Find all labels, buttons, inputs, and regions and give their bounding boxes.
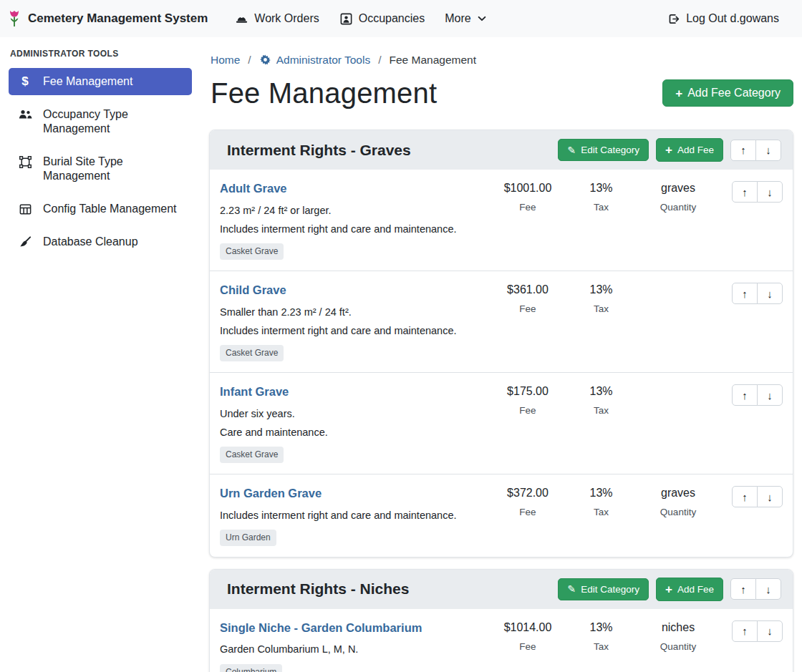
fee-quantity-label: Quantity (635, 507, 721, 519)
fee-quantity: niches (635, 620, 721, 635)
add-fee-category-button[interactable]: + Add Fee Category (662, 79, 793, 107)
category-actions: ✎ Edit Category + Add Fee ↑ ↓ (558, 578, 781, 601)
fee-reorder-group: ↑ ↓ (721, 620, 783, 672)
edit-category-label: Edit Category (581, 145, 639, 155)
broom-icon (17, 235, 33, 249)
fee-row: Child Grave Smaller than 2.23 m² / 24 ft… (210, 271, 793, 372)
sidebar-item-config-table-management[interactable]: Config Table Management (9, 195, 192, 223)
move-fee-up-button[interactable]: ↑ (732, 384, 758, 406)
fee-quantity: graves (635, 181, 721, 195)
fee-info: Urn Garden Grave Includes interment righ… (220, 486, 488, 546)
edit-category-button[interactable]: ✎ Edit Category (558, 139, 649, 161)
nav-work-orders-label: Work Orders (254, 11, 319, 26)
nav-more[interactable]: More (435, 6, 496, 31)
add-fee-category-label: Add Fee Category (687, 87, 781, 99)
page-header: Fee Management + Add Fee Category (211, 75, 793, 111)
fee-type-badge: Columbarium (220, 664, 282, 672)
fee-description: 2.23 m² / 24 ft² or larger. (220, 204, 483, 217)
fee-list: Adult Grave 2.23 m² / 24 ft² or larger. … (210, 170, 793, 556)
add-fee-button[interactable]: + Add Fee (656, 138, 723, 162)
arrow-up-icon: ↑ (742, 625, 748, 637)
sidebar-item-burial-site-type-management[interactable]: Burial Site Type Management (9, 148, 192, 190)
chevron-down-icon (477, 14, 487, 24)
breadcrumb-admin-tools-link[interactable]: Administrator Tools (259, 53, 371, 67)
fee-amount-label: Fee (488, 303, 567, 316)
arrow-down-icon: ↓ (765, 144, 771, 156)
move-fee-down-button[interactable]: ↓ (757, 620, 783, 642)
fee-tax-column: 13% Tax (567, 181, 635, 260)
move-fee-up-button[interactable]: ↑ (732, 486, 758, 507)
add-fee-label: Add Fee (677, 584, 714, 595)
fee-row: Single Niche - Garden Columbarium Garden… (210, 609, 793, 672)
fee-tax-label: Tax (567, 405, 635, 417)
fee-tax: 13% (567, 283, 635, 297)
fee-name-link[interactable]: Infant Grave (220, 384, 289, 399)
fee-category-header: Interment Rights - Niches ✎ Edit Categor… (210, 570, 793, 609)
gear-icon (259, 54, 271, 66)
edit-category-button[interactable]: ✎ Edit Category (558, 578, 649, 600)
move-fee-down-button[interactable]: ↓ (757, 181, 783, 203)
breadcrumb-current: Fee Management (390, 53, 477, 67)
page-title: Fee Management (211, 75, 437, 111)
fee-list: Single Niche - Garden Columbarium Garden… (210, 609, 793, 672)
fee-description: Includes interment right and care and ma… (220, 509, 483, 522)
plus-icon: + (665, 583, 672, 595)
nav-occupancies[interactable]: Occupancies (329, 6, 435, 31)
move-fee-up-button[interactable]: ↑ (732, 620, 758, 642)
fee-amount: $372.00 (488, 486, 567, 500)
fee-name-link[interactable]: Adult Grave (220, 181, 287, 196)
logout-label: Log Out d.gowans (686, 11, 779, 26)
move-fee-up-button[interactable]: ↑ (732, 283, 758, 304)
fee-quantity-label: Quantity (635, 641, 721, 653)
fee-amount: $1014.00 (488, 620, 567, 635)
fee-description: Care and maintenance. (220, 426, 483, 439)
move-category-down-button[interactable]: ↓ (755, 578, 781, 600)
fee-amount-label: Fee (488, 405, 567, 417)
arrow-up-icon: ↑ (742, 288, 748, 300)
move-category-up-button[interactable]: ↑ (730, 578, 756, 600)
tulip-logo-icon (7, 9, 21, 28)
pencil-icon: ✎ (567, 145, 576, 155)
fee-quantity-column: niches Quantity (635, 620, 721, 672)
fee-tax-label: Tax (567, 303, 635, 316)
brand[interactable]: Cemetery Management System (7, 9, 208, 28)
fee-tax-label: Tax (567, 202, 635, 214)
sidebar-item-fee-management[interactable]: $ Fee Management (9, 68, 192, 95)
fee-name-link[interactable]: Urn Garden Grave (220, 486, 322, 501)
category-reorder-group: ↑ ↓ (730, 578, 781, 600)
brand-title: Cemetery Management System (28, 11, 208, 26)
breadcrumb-home-link[interactable]: Home (211, 53, 240, 67)
fee-quantity-column: graves Quantity (635, 486, 721, 546)
move-fee-down-button[interactable]: ↓ (757, 283, 783, 304)
fee-description: Includes interment right and care and ma… (220, 223, 483, 235)
fee-reorder-group: ↑ ↓ (721, 181, 783, 260)
sidebar: ADMINISTRATOR TOOLS $ Fee Management Occ… (0, 37, 200, 672)
plus-icon: + (675, 87, 682, 99)
move-category-up-button[interactable]: ↑ (730, 140, 756, 161)
arrow-down-icon: ↓ (767, 491, 773, 503)
fee-name-link[interactable]: Child Grave (220, 283, 286, 298)
sidebar-item-occupancy-type-management[interactable]: Occupancy Type Management (9, 101, 192, 142)
arrow-up-icon: ↑ (742, 186, 748, 198)
logout-link[interactable]: Log Out d.gowans (657, 6, 789, 31)
move-fee-up-button[interactable]: ↑ (732, 181, 758, 203)
sidebar-item-database-cleanup[interactable]: Database Cleanup (9, 228, 192, 255)
arrow-down-icon: ↓ (765, 583, 771, 595)
fee-amount-column: $175.00 Fee (488, 384, 567, 463)
fee-amount-column: $361.00 Fee (488, 283, 567, 361)
fee-description: Includes interment right and care and ma… (220, 324, 483, 337)
fee-amount: $175.00 (488, 384, 567, 399)
fee-amount-column: $1001.00 Fee (488, 181, 567, 260)
move-fee-down-button[interactable]: ↓ (757, 486, 783, 507)
fee-amount: $361.00 (488, 283, 567, 297)
move-category-down-button[interactable]: ↓ (755, 140, 781, 161)
fee-tax: 13% (567, 620, 635, 635)
hard-hat-icon (235, 12, 248, 26)
move-fee-down-button[interactable]: ↓ (757, 384, 783, 406)
nav-work-orders[interactable]: Work Orders (225, 6, 329, 31)
add-fee-button[interactable]: + Add Fee (656, 578, 723, 601)
fee-row: Urn Garden Grave Includes interment righ… (210, 474, 793, 557)
fee-type-badge: Urn Garden (220, 530, 276, 546)
fee-quantity-label: Quantity (635, 202, 721, 214)
fee-name-link[interactable]: Single Niche - Garden Columbarium (220, 620, 422, 636)
